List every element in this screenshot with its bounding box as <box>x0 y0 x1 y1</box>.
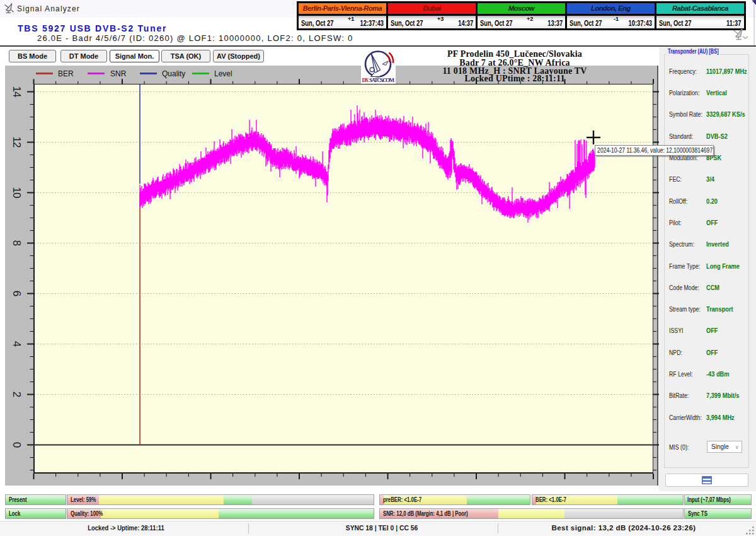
svg-text:DX: DX <box>362 77 370 83</box>
svg-text:SATCS.COM: SATCS.COM <box>369 77 395 83</box>
